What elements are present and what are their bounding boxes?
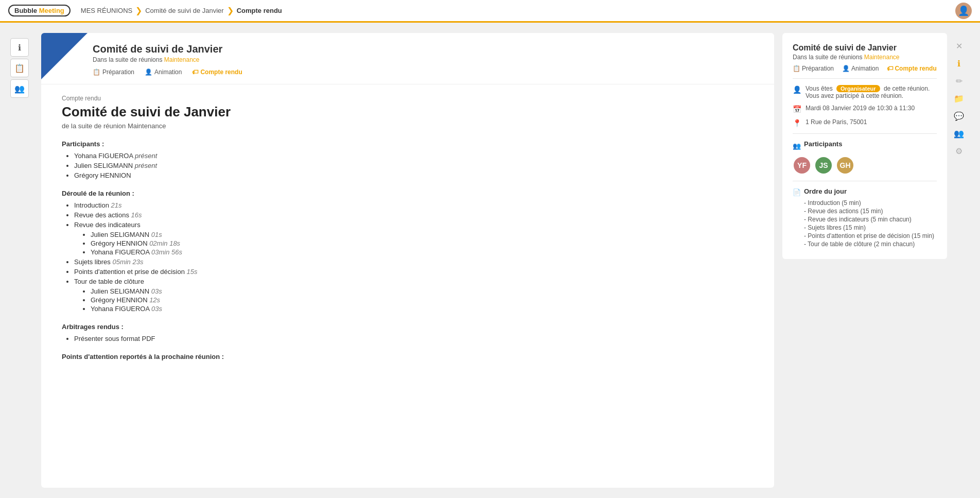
breadcrumb: MES RÉUNIONS ❯ Comité de suivi de Janvie… [81,6,282,15]
chat-icon[interactable]: 💬 [951,108,967,124]
avatar-hennion: GH [836,156,854,175]
sub-list: Julien SELIGMANN 01s Grégory HENNION 02m… [74,231,754,256]
list-item: Grégory HENNION [74,171,754,179]
tab-preparation-icon: 📋 [93,68,100,76]
location-row: 📍 1 Rue de Paris, 75001 [793,118,937,127]
list-item: Présenter sous format PDF [74,335,754,342]
top-nav: Bubble Meeting MES RÉUNIONS ❯ Comité de … [0,0,980,23]
agenda-section-icon: 📄 [793,188,801,196]
tab-compte-rendu-icon: 🏷 [192,68,198,76]
right-tab-compte-rendu-label: Compte rendu [895,65,936,72]
sidebar-icon-clipboard[interactable]: 📋 [10,59,29,77]
page-wrapper: ℹ 📋 👥 Comité de suivi de Janvier Dans la… [0,23,980,498]
list-item: Julien SELIGMANN présent [74,162,754,169]
participants-icon[interactable]: 👥 [951,126,967,141]
right-tab-animation-icon: 👤 [842,65,850,72]
list-item: Grégory HENNION 02min 18s [91,239,754,247]
tab-animation-label: Animation [154,68,182,76]
breadcrumb-item-mes-reunions[interactable]: MES RÉUNIONS [81,7,132,14]
divider-3 [793,181,937,181]
tab-compte-rendu-label: Compte rendu [200,68,242,76]
right-tab-preparation-icon: 📋 [793,65,800,72]
right-card-suite-link[interactable]: Maintenance [864,54,900,61]
participants-heading: Participants : [62,140,754,148]
right-panel-wrapper: Comité de suivi de Janvier Dans la suite… [782,33,970,488]
card-triangle [41,33,87,79]
card-tabs: 📋 Préparation 👤 Animation 🏷 Compte rendu [93,68,759,76]
arbitrages-list: Présenter sous format PDF [62,335,754,342]
list-item: Yohana FIGUEROA présent [74,152,754,160]
list-item: Julien SELIGMANN 01s [91,231,754,238]
agenda-section: Ordre du jour - Introduction (5 min) - R… [804,187,934,249]
meeting-location: 1 Rue de Paris, 75001 [806,118,867,126]
list-item: Yohana FIGUEROA 03s [91,305,754,313]
date-row: 📅 Mardi 08 Janvier 2019 de 10:30 à 11:30 [793,105,937,113]
close-icon[interactable]: ✕ [951,38,967,54]
agenda-item: - Revue des indicateurs (5 min chacun) [804,216,934,223]
list-item: Grégory HENNION 12s [91,296,754,304]
agenda-item: - Introduction (5 min) [804,199,934,207]
avatar-seligmann: JS [814,156,833,175]
edit-icon[interactable]: ✏ [951,73,967,89]
card-title: Comité de suivi de Janvier [93,43,759,55]
right-tab-preparation-label: Préparation [802,65,834,72]
right-tab-preparation[interactable]: 📋 Préparation [793,65,834,72]
breadcrumb-item-comite[interactable]: Comité de suivi de Janvier [145,7,223,14]
sidebar-icon-info[interactable]: ℹ [10,38,29,57]
participated-text: Vous avez participé à cette réunion. [806,92,903,99]
right-tab-animation[interactable]: 👤 Animation [842,65,879,72]
logo: Bubble Meeting [8,5,71,16]
folder-icon[interactable]: 📁 [951,91,967,106]
doc-subtitle: de la suite de réunion Maintenance [62,122,754,130]
divider-1 [793,78,937,79]
right-card: Comité de suivi de Janvier Dans la suite… [782,33,947,259]
main-card: Comité de suivi de Janvier Dans la suite… [41,33,774,488]
list-item: Introduction 21s [74,201,754,209]
calendar-icon: 📅 [793,105,801,113]
breadcrumb-sep-1: ❯ [135,6,142,15]
card-header: Comité de suivi de Janvier Dans la suite… [41,33,774,84]
organizer-text-before: Vous êtes [806,85,833,92]
breadcrumb-item-compte-rendu[interactable]: Compte rendu [237,7,282,14]
deroule-list: Introduction 21s Revue des actions 16s R… [62,201,754,313]
tab-preparation-label: Préparation [102,68,134,76]
tab-animation[interactable]: 👤 Animation [145,68,182,76]
right-tab-compte-rendu-icon: 🏷 [887,65,893,72]
right-panel-icons: ✕ ℹ ✏ 📁 💬 👥 ⚙ [951,33,970,488]
right-card-title: Comité de suivi de Janvier [793,43,937,53]
divider-2 [793,133,937,134]
arbitrages-heading: Arbitrages rendus : [62,323,754,331]
tab-animation-icon: 👤 [145,68,152,76]
agenda-item: - Points d'attention et prise de décisio… [804,232,934,239]
right-tab-animation-label: Animation [851,65,879,72]
left-sidebar: ℹ 📋 👥 [10,33,33,488]
location-icon: 📍 [793,119,801,127]
card-body: Compte rendu Comité de suivi de Janvier … [41,84,774,380]
right-tab-compte-rendu[interactable]: 🏷 Compte rendu [887,65,936,72]
list-item: Yohana FIGUEROA 03min 56s [91,248,754,256]
list-item: Revue des indicateurs Julien SELIGMANN 0… [74,221,754,256]
points-heading: Points d'attention reportés à la prochai… [62,353,754,360]
participant-avatars: YF JS GH [793,156,937,175]
organizer-row: 👤 Vous êtes Organisateur de cette réunio… [793,85,937,99]
tab-compte-rendu[interactable]: 🏷 Compte rendu [192,68,242,76]
doc-title: Comité de suivi de Janvier [62,104,754,120]
card-suite-link[interactable]: Maintenance [164,56,200,63]
sub-list: Julien SELIGMANN 03s Grégory HENNION 12s… [74,287,754,313]
agenda-item: - Sujets libres (15 min) [804,224,934,231]
logo-accent: Meeting [39,7,64,14]
list-item: Sujets libres 05min 23s [74,258,754,266]
list-item: Julien SELIGMANN 03s [91,287,754,295]
organizer-text-after: de cette réunion. [884,85,930,92]
agenda-item: - Revue des actions (15 min) [804,208,934,215]
info-icon[interactable]: ℹ [951,56,967,71]
right-card-subtitle: Dans la suite de réunions Maintenance [793,54,937,61]
meeting-date: Mardi 08 Janvier 2019 de 10:30 à 11:30 [806,105,915,112]
agenda-item: - Tour de table de clôture (2 min chacun… [804,241,934,248]
settings-icon[interactable]: ⚙ [951,143,967,159]
tab-preparation[interactable]: 📋 Préparation [93,68,134,76]
user-avatar[interactable]: 👤 [955,3,972,19]
doc-section-label: Compte rendu [62,95,754,102]
card-subtitle: Dans la suite de réunions Maintenance [93,56,759,63]
sidebar-icon-users[interactable]: 👥 [10,79,29,98]
